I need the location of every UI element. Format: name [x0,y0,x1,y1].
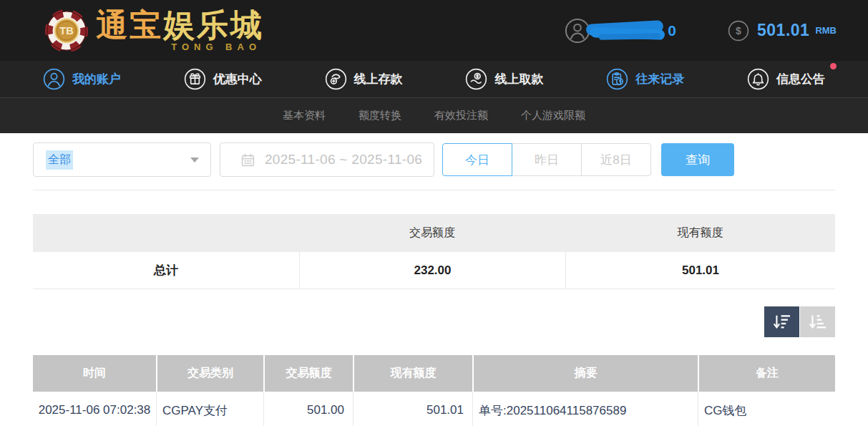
site-title-secondary: 娱乐城 [163,7,264,42]
sort-descending-button[interactable] [764,306,799,337]
filter-row: 全部 2025-11-06 ~ 2025-11-06 今日 昨日 近8日 查询 [33,142,835,177]
range-button-last-8-days[interactable]: 近8日 [581,143,651,176]
dropdown-selected-value: 全部 [46,150,73,170]
record-time: 2025-11-06 07:02:38 [33,392,156,426]
records-col-time: 时间 [33,355,156,392]
site-title: 通宝娱乐城 TONG BAO [96,9,264,52]
nav-label: 信息公告 [776,71,825,87]
summary-table-header: 交易额度 现有额度 [33,214,835,252]
svg-text:$: $ [736,25,741,37]
date-range-value: 2025-11-06 ~ 2025-11-06 [265,152,422,168]
site-logo[interactable]: TB 通宝娱乐城 TONG BAO [44,9,264,53]
summary-col-empty [33,214,299,252]
account-sub-navigation: 基本资料 额度转换 有效投注额 个人游戏限额 [0,97,868,133]
subnav-item-credit-transfer[interactable]: 额度转换 [359,109,401,122]
record-transaction-amount: 501.00 [263,392,353,426]
range-button-yesterday[interactable]: 昨日 [512,143,582,176]
poker-chip-icon: TB [44,9,89,53]
nav-label: 线上存款 [354,71,403,87]
balance-currency: RMB [815,25,837,36]
deposit-icon [325,68,347,90]
sort-ascending-icon [808,314,827,330]
bell-icon [747,68,769,90]
records-col-current-balance: 现有额度 [353,355,472,392]
record-remark: CG钱包 [698,392,835,426]
quick-range-button-group: 今日 昨日 近8日 [442,143,651,176]
main-navigation: 我的账户 优惠中心 线上存款 线上取款 [0,61,868,97]
section-divider [33,190,835,190]
nav-item-my-account[interactable]: 我的账户 [43,68,121,90]
balance-display[interactable]: $ 501.01 RMB [728,20,837,42]
balance-amount: 501.01 [757,21,809,40]
nav-label: 优惠中心 [213,71,262,87]
top-bar: TB 通宝娱乐城 TONG BAO 0 $ 501.01 RM [0,0,868,61]
subnav-item-personal-game-limit[interactable]: 个人游戏限额 [521,109,585,122]
sort-ascending-button[interactable] [800,306,835,337]
range-button-today[interactable]: 今日 [442,143,512,176]
records-col-remark: 备注 [698,355,835,392]
summary-transaction-amount: 232.00 [299,252,565,289]
subnav-item-basic-info[interactable]: 基本资料 [283,109,326,122]
records-col-type: 交易类别 [156,355,263,392]
calendar-icon [240,153,255,168]
svg-text:TB: TB [59,25,73,37]
nav-label: 往来记录 [635,71,684,87]
records-table: 时间 交易类别 交易额度 现有额度 摘要 备注 2025-11-06 07:02… [33,355,835,426]
record-summary: 单号:202511064115876589 [472,392,698,426]
chevron-down-icon [190,158,199,163]
nav-label: 线上取款 [494,71,543,87]
sort-descending-icon [772,314,791,330]
records-table-header: 时间 交易类别 交易额度 现有额度 摘要 备注 [33,355,835,392]
transaction-type-dropdown[interactable]: 全部 [33,142,211,177]
site-title-primary: 通宝 [96,7,163,42]
gift-icon [184,68,206,90]
record-type: CGPAY支付 [156,392,263,426]
withdraw-icon [465,68,487,90]
username-redaction-scribble [586,22,666,39]
nav-item-promotions[interactable]: 优惠中心 [184,68,262,90]
sort-controls [33,306,835,337]
site-subtitle: TONG BAO [171,42,261,52]
records-col-transaction-amount: 交易额度 [263,355,353,392]
main-content: 全部 2025-11-06 ~ 2025-11-06 今日 昨日 近8日 查询 [0,133,868,426]
nav-item-announcements[interactable]: 信息公告 [747,68,825,90]
notification-dot [830,63,837,69]
nav-item-transaction-records[interactable]: 往来记录 [606,68,684,90]
nav-item-deposit[interactable]: 线上存款 [325,68,403,90]
records-icon [606,68,628,90]
summary-current-balance: 501.01 [565,252,835,289]
records-col-summary: 摘要 [472,355,698,392]
account-icon [43,68,65,90]
summary-table: 交易额度 现有额度 总计 232.00 501.01 [33,214,835,289]
dollar-coin-icon: $ [728,20,749,42]
date-range-input[interactable]: 2025-11-06 ~ 2025-11-06 [220,142,434,177]
summary-col-transaction-amount: 交易额度 [299,214,565,252]
subnav-item-valid-bets[interactable]: 有效投注额 [434,109,488,122]
record-current-balance: 501.01 [353,392,472,426]
summary-total-label: 总计 [33,252,299,289]
username-visible-suffix: 0 [668,22,676,39]
username-display[interactable]: 0 [565,18,676,44]
nav-label: 我的账户 [72,71,121,87]
search-button[interactable]: 查询 [661,143,734,176]
nav-item-withdraw[interactable]: 线上取款 [465,68,543,90]
summary-col-current-balance: 现有额度 [565,214,835,252]
table-row: 2025-11-06 07:02:38 CGPAY支付 501.00 501.0… [33,392,835,426]
user-area: 0 $ 501.01 RMB [565,18,837,44]
summary-total-row: 总计 232.00 501.01 [33,252,835,289]
